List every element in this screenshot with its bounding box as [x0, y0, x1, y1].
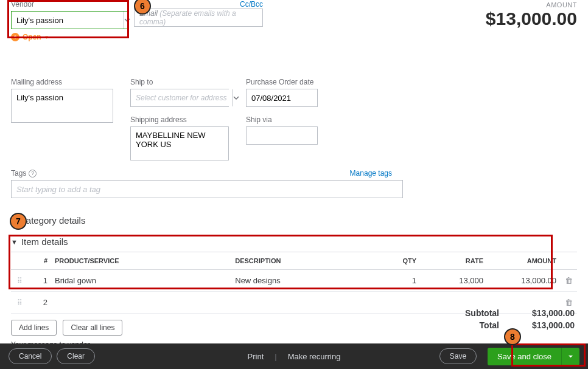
manage-tags-link[interactable]: Manage tags — [350, 169, 392, 178]
cell-product[interactable]: Bridal gown — [51, 270, 231, 292]
trash-icon[interactable]: 🗑 — [565, 298, 573, 307]
items-table: # PRODUCT/SERVICE DESCRIPTION QTY RATE A… — [11, 252, 577, 314]
amount-display: AMOUNT $13,000.00 — [486, 0, 577, 29]
tags-input[interactable] — [11, 180, 403, 198]
cell-rate[interactable]: 13,000 — [420, 270, 487, 292]
make-recurring-link[interactable]: Make recurring — [288, 352, 341, 361]
col-amount: AMOUNT — [487, 252, 560, 270]
amount-label: AMOUNT — [486, 1, 577, 9]
cell-num: 2 — [28, 292, 51, 314]
save-button[interactable]: Save — [439, 348, 477, 364]
footer-bar: Cancel Clear Print | Make recurring Save… — [0, 343, 588, 369]
triangle-down-icon: ▼ — [11, 238, 18, 246]
save-and-close-button[interactable]: Save and close — [488, 348, 561, 365]
podate-label: Purchase Order date — [246, 78, 318, 86]
cell-amount[interactable]: 13,000.00 — [487, 270, 560, 292]
col-desc: DESCRIPTION — [231, 252, 365, 270]
clear-lines-button[interactable]: Clear all lines — [63, 320, 122, 336]
clear-button[interactable]: Clear — [57, 348, 95, 364]
table-row[interactable]: ⠿ 1 Bridal gown New designs 1 13,000 13,… — [11, 270, 577, 292]
category-details-toggle[interactable]: ▶ Category details — [11, 215, 577, 226]
callout-7: 7 — [10, 213, 27, 230]
shipto-input[interactable] — [131, 89, 233, 106]
shipping-label: Shipping address — [130, 116, 229, 124]
cell-qty[interactable]: 1 — [365, 270, 420, 292]
cell-num: 1 — [28, 270, 51, 292]
chevron-down-icon — [124, 17, 130, 23]
svg-point-0 — [14, 36, 17, 39]
cell-product[interactable] — [51, 292, 231, 314]
cell-desc[interactable]: New designs — [231, 270, 365, 292]
drag-handle-icon[interactable]: ⠿ — [17, 277, 23, 285]
chevron-down-icon — [233, 95, 239, 101]
podate-block: Purchase Order date Ship via — [246, 78, 318, 160]
email-field: Cc/Bcc Email (Separate emails with a com… — [134, 0, 263, 27]
cancel-button[interactable]: Cancel — [9, 348, 52, 364]
trash-icon[interactable]: 🗑 — [565, 276, 573, 285]
col-num: # — [28, 252, 51, 270]
shipto-label: Ship to — [130, 78, 229, 86]
status-open[interactable]: Open ▼ — [11, 33, 128, 41]
shipping-address-input[interactable]: MAYBELLINE NEW YORK US — [130, 126, 229, 160]
shipto-block: Ship to Shipping address MAYBELLINE NEW … — [130, 78, 229, 160]
col-product: PRODUCT/SERVICE — [51, 252, 231, 270]
status-icon — [11, 33, 19, 41]
shipvia-label: Ship via — [246, 116, 318, 124]
total-value: $13,000.00 — [514, 320, 575, 330]
col-qty: QTY — [365, 252, 420, 270]
add-lines-button[interactable]: Add lines — [11, 320, 57, 336]
col-rate: RATE — [420, 252, 487, 270]
tags-label: Tags — [11, 169, 26, 178]
drag-handle-icon[interactable]: ⠿ — [17, 298, 23, 307]
ship-via-input[interactable] — [246, 126, 318, 145]
vendor-label: Vendor — [11, 0, 128, 9]
cell-desc[interactable] — [231, 292, 365, 314]
caret-down-icon: ▼ — [44, 35, 49, 40]
email-input-wrap[interactable]: Email (Separate emails with a comma) — [134, 9, 263, 27]
category-details-label: Category details — [19, 215, 85, 226]
separator: | — [275, 352, 276, 361]
help-icon[interactable]: ? — [29, 170, 37, 178]
vendor-field: Vendor Open ▼ — [11, 0, 128, 41]
total-label: Total — [480, 320, 499, 330]
vendor-input[interactable] — [12, 12, 124, 29]
status-text: Open — [23, 33, 41, 41]
shipto-dropdown-toggle[interactable] — [233, 89, 239, 106]
subtotal-value: $13,000.00 — [514, 308, 575, 318]
vendor-dropdown-toggle[interactable] — [124, 12, 130, 29]
callout-8: 8 — [504, 328, 521, 345]
item-details-toggle[interactable]: ▼ Item details — [11, 236, 577, 247]
totals: Subtotal $13,000.00 Total $13,000.00 — [465, 308, 575, 333]
ccbcc-link[interactable]: Cc/Bcc — [240, 0, 263, 9]
cell-qty[interactable] — [365, 292, 420, 314]
amount-value: $13,000.00 — [486, 9, 577, 29]
mailing-label: Mailing address — [11, 78, 113, 86]
subtotal-label: Subtotal — [465, 308, 499, 318]
caret-down-icon — [568, 354, 573, 359]
mailing-address-input[interactable]: Lily's passion — [11, 89, 113, 123]
mailing-address-field: Mailing address Lily's passion — [11, 78, 113, 160]
item-details-label: Item details — [21, 236, 68, 247]
save-dropdown-toggle[interactable] — [561, 348, 579, 365]
print-link[interactable]: Print — [248, 352, 264, 361]
po-date-input[interactable] — [246, 89, 318, 107]
